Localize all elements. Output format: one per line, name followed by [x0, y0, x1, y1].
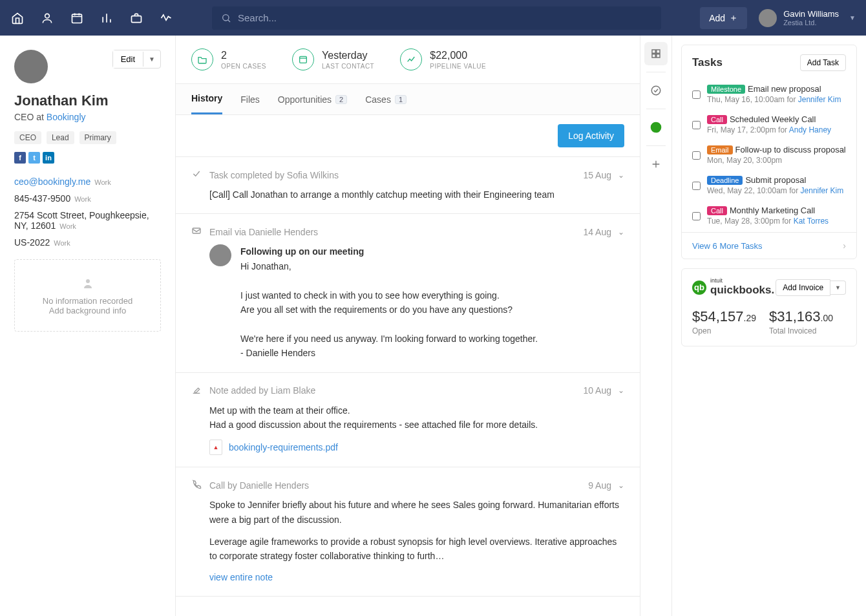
calendar-icon: [292, 48, 314, 70]
svg-point-3: [223, 14, 229, 20]
task-row: MilestoneEmail new proposal Thu, May 16,…: [682, 80, 856, 111]
check-icon: [191, 169, 203, 181]
edit-contact-button[interactable]: Edit ▼: [112, 50, 161, 69]
svg-rect-9: [652, 54, 655, 58]
tab-history[interactable]: History: [191, 84, 222, 114]
feed-item-email: Email via Danielle Henders 14 Aug ⌄ Foll…: [176, 214, 640, 372]
calendar-icon[interactable]: [70, 11, 84, 25]
svg-rect-1: [72, 14, 82, 23]
feed-item-call: Call by Danielle Henders 9 Aug ⌄ Spoke t…: [176, 467, 640, 597]
reports-icon[interactable]: [100, 11, 114, 25]
quickbooks-icon[interactable]: [644, 116, 668, 139]
person-icon[interactable]: [40, 11, 54, 25]
task-row: EmailFollow-up to discuss proposal Mon, …: [682, 141, 856, 171]
user-menu[interactable]: Gavin Williams Zestia Ltd. ▼: [759, 9, 856, 27]
tag[interactable]: Lead: [47, 131, 74, 144]
contact-name: Jonathan Kim: [14, 92, 161, 109]
chevron-down-icon[interactable]: ▼: [143, 52, 160, 67]
svg-point-11: [651, 86, 660, 95]
pdf-icon: ▲: [209, 440, 222, 455]
contact-sidebar: Edit ▼ Jonathan Kim CEO at Bookingly CEO…: [0, 36, 176, 616]
task-checkbox[interactable]: [692, 146, 701, 165]
chevron-down-icon[interactable]: ⌄: [618, 386, 624, 395]
task-checkbox[interactable]: [692, 85, 701, 104]
tab-opportunities[interactable]: Opportunities2: [278, 84, 347, 114]
chevron-down-icon[interactable]: ⌄: [618, 228, 624, 237]
task-row: CallScheduled Weekly Call Fri, May 17, 2…: [682, 111, 856, 141]
tasks-heading: Tasks: [692, 56, 723, 69]
user-org: Zestia Ltd.: [783, 19, 839, 27]
view-entire-note-link[interactable]: view entire note: [209, 570, 273, 584]
contact-tags: CEO Lead Primary: [14, 131, 161, 144]
plus-icon[interactable]: [644, 153, 668, 176]
attachment[interactable]: ▲ bookingly-requirements.pdf: [209, 440, 624, 455]
chevron-down-icon: ▼: [849, 14, 856, 21]
task-title: Submit proposal: [745, 175, 806, 185]
tag[interactable]: Primary: [79, 131, 116, 144]
task-title: Monthly Marketing Call: [730, 206, 815, 215]
activity-tabs: History Files Opportunities2 Cases1: [176, 84, 640, 115]
phone-icon: [191, 479, 203, 491]
folder-icon: [191, 48, 213, 70]
add-button[interactable]: Add＋: [700, 7, 747, 29]
svg-rect-6: [193, 228, 200, 233]
metric-pipeline: $22,000Pipeline Value: [400, 48, 486, 70]
extra-field: US-2022Work: [14, 237, 161, 248]
metric-last-contact: YesterdayLast Contact: [292, 48, 374, 70]
task-checkbox[interactable]: [692, 176, 701, 195]
activity-icon[interactable]: [159, 11, 173, 25]
task-title: Email new proposal: [748, 84, 821, 94]
task-subtitle: Tue, May 28, 3:00pm for Kat Torres: [707, 217, 846, 226]
search-input[interactable]: [238, 12, 652, 23]
mail-icon: [191, 226, 203, 238]
tab-files[interactable]: Files: [240, 84, 260, 114]
phone-field: 845-437-9500Work: [14, 193, 161, 204]
linkedin-icon[interactable]: in: [43, 152, 54, 164]
add-invoice-button[interactable]: Add Invoice ▼: [776, 279, 846, 296]
facebook-icon[interactable]: f: [14, 152, 26, 164]
top-navbar: Add＋ Gavin Williams Zestia Ltd. ▼: [0, 0, 866, 36]
chevron-down-icon[interactable]: ⌄: [618, 481, 624, 490]
task-checkbox[interactable]: [692, 207, 701, 226]
search-icon: [221, 13, 231, 23]
log-activity-button[interactable]: Log Activity: [558, 124, 624, 147]
chevron-down-icon[interactable]: ⌄: [618, 171, 624, 180]
twitter-icon[interactable]: t: [28, 152, 40, 164]
tasks-card: Tasks Add Task MilestoneEmail new propos…: [681, 45, 857, 259]
trend-icon: [400, 48, 422, 70]
svg-point-12: [651, 122, 662, 133]
background-info-placeholder[interactable]: No information recorded Add background i…: [14, 259, 161, 332]
home-icon[interactable]: [10, 11, 25, 25]
global-search[interactable]: [212, 6, 661, 30]
assignee-link[interactable]: Kat Torres: [794, 217, 829, 226]
briefcase-icon[interactable]: [129, 11, 143, 25]
chevron-down-icon[interactable]: ▼: [830, 281, 846, 295]
add-task-button[interactable]: Add Task: [800, 54, 846, 71]
company-link[interactable]: Bookingly: [47, 112, 86, 122]
email-field: ceo@bookingly.meWork: [14, 176, 161, 187]
assignee-link[interactable]: Jennifer Kim: [801, 186, 844, 195]
assignee-link[interactable]: Andy Haney: [789, 125, 831, 134]
activity-panel: 2Open Cases YesterdayLast Contact $22,00…: [176, 36, 640, 616]
task-subtitle: Mon, May 20, 3:00pm: [707, 156, 846, 165]
task-subtitle: Wed, May 22, 10:00am for Jennifer Kim: [707, 186, 846, 195]
assignee-link[interactable]: Jennifer Kim: [798, 95, 841, 104]
task-checkbox[interactable]: [692, 116, 701, 134]
grid-icon[interactable]: [644, 42, 668, 65]
feed-item-task: Task completed by Sofia Wilkins 15 Aug ⌄…: [176, 157, 640, 214]
svg-rect-2: [132, 16, 142, 22]
svg-point-4: [86, 279, 90, 283]
edit-icon: [191, 385, 203, 397]
quickbooks-logo: qb intuitquickbooks.: [692, 278, 774, 297]
task-title: Scheduled Weekly Call: [730, 114, 816, 124]
tab-cases[interactable]: Cases1: [365, 84, 407, 114]
plus-icon: ＋: [729, 12, 738, 24]
tag[interactable]: CEO: [14, 131, 41, 144]
view-more-tasks-link[interactable]: View 6 More Tasks: [692, 241, 763, 251]
contact-role: CEO at Bookingly: [14, 112, 161, 122]
contact-avatar: [14, 50, 48, 83]
task-badge: Milestone: [707, 85, 745, 94]
checkmark-circle-icon[interactable]: [644, 79, 668, 102]
svg-rect-7: [652, 50, 655, 53]
chevron-right-icon: ›: [843, 240, 846, 251]
